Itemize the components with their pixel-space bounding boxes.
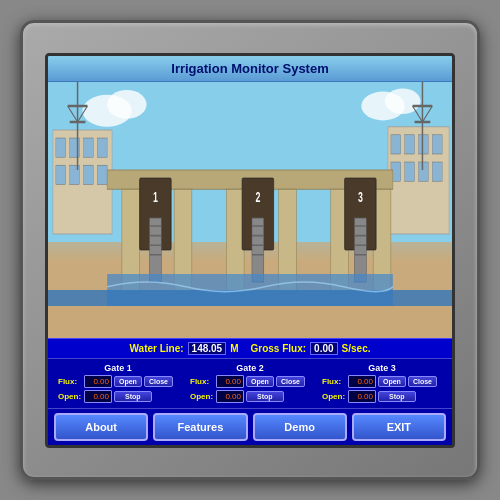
svg-rect-8 [83, 138, 93, 157]
svg-text:1: 1 [153, 188, 158, 205]
features-button[interactable]: Features [153, 413, 247, 441]
svg-rect-53 [48, 306, 452, 338]
svg-rect-37 [252, 218, 264, 282]
gate-2-flux-label: Flux: [190, 377, 214, 386]
svg-rect-21 [418, 162, 428, 181]
dam-illustration: 1 2 3 [48, 82, 452, 338]
svg-rect-9 [97, 138, 107, 157]
gate-2-open-row: Open: 0.00 Stop [190, 390, 284, 403]
gate-3-stop-btn[interactable]: Stop [378, 391, 416, 402]
gate-3-title: Gate 3 [322, 363, 442, 373]
about-button[interactable]: About [54, 413, 148, 441]
gate-3-flux-row: Flux: 0.00 Open Close [322, 375, 437, 388]
water-line-label: Water Line: [130, 343, 184, 354]
gate-2-flux-value: 0.00 [216, 375, 244, 388]
gate-3-close-btn[interactable]: Close [408, 376, 437, 387]
gate-3-open-value: 0.00 [348, 390, 376, 403]
svg-rect-17 [418, 134, 428, 153]
demo-button[interactable]: Demo [253, 413, 347, 441]
gate-1-open-value: 0.00 [84, 390, 112, 403]
gate-1-flux-row: Flux: 0.00 Open Close [58, 375, 173, 388]
gate-2-open-value: 0.00 [216, 390, 244, 403]
gate-3-open-btn[interactable]: Open [378, 376, 406, 387]
svg-rect-6 [56, 138, 66, 157]
gate-3-open-label: Open: [322, 392, 346, 401]
gate-1-panel: Gate 1 Flux: 0.00 Open Close Open: 0.00 … [58, 363, 178, 405]
illustration-area: 1 2 3 [48, 82, 452, 338]
gross-flux-value: 0.00 [310, 342, 337, 355]
gate-1-title: Gate 1 [58, 363, 178, 373]
gate-1-open-btn[interactable]: Open [114, 376, 142, 387]
exit-button[interactable]: EXIT [352, 413, 446, 441]
svg-text:2: 2 [255, 188, 260, 205]
gate-2-panel: Gate 2 Flux: 0.00 Open Close Open: 0.00 … [190, 363, 310, 405]
svg-point-2 [107, 90, 146, 119]
svg-rect-22 [432, 162, 442, 181]
gate-1-flux-value: 0.00 [84, 375, 112, 388]
svg-rect-15 [391, 134, 401, 153]
svg-rect-20 [405, 162, 415, 181]
svg-rect-38 [354, 218, 366, 282]
gate-2-open-label: Open: [190, 392, 214, 401]
svg-text:3: 3 [358, 188, 363, 205]
app-title: Irrigation Monitor System [171, 61, 328, 76]
gate-3-flux-value: 0.00 [348, 375, 376, 388]
gross-flux-label: Gross Flux: [251, 343, 307, 354]
gate-1-stop-btn[interactable]: Stop [114, 391, 152, 402]
gate-1-open-label: Open: [58, 392, 82, 401]
gate-1-close-btn[interactable]: Close [144, 376, 173, 387]
water-line-value: 148.05 [188, 342, 227, 355]
svg-rect-13 [97, 165, 107, 184]
svg-rect-16 [405, 134, 415, 153]
svg-rect-36 [149, 218, 161, 282]
screen: Irrigation Monitor System [45, 53, 455, 448]
gate-2-stop-btn[interactable]: Stop [246, 391, 284, 402]
svg-rect-18 [432, 134, 442, 153]
gate-2-title: Gate 2 [190, 363, 310, 373]
gates-area: Gate 1 Flux: 0.00 Open Close Open: 0.00 … [48, 358, 452, 408]
device-frame: Irrigation Monitor System [20, 20, 480, 480]
water-info-bar: Water Line: 148.05 M Gross Flux: 0.00 S/… [48, 338, 452, 358]
gate-2-open-btn[interactable]: Open [246, 376, 274, 387]
gate-1-open-row: Open: 0.00 Stop [58, 390, 152, 403]
action-buttons-bar: About Features Demo EXIT [48, 408, 452, 445]
svg-rect-10 [56, 165, 66, 184]
gate-3-flux-label: Flux: [322, 377, 346, 386]
svg-rect-12 [83, 165, 93, 184]
gate-3-open-row: Open: 0.00 Stop [322, 390, 416, 403]
gate-1-flux-label: Flux: [58, 377, 82, 386]
gate-3-panel: Gate 3 Flux: 0.00 Open Close Open: 0.00 … [322, 363, 442, 405]
gross-flux-unit: S/sec. [342, 343, 371, 354]
screen-title: Irrigation Monitor System [48, 56, 452, 82]
gate-2-close-btn[interactable]: Close [276, 376, 305, 387]
water-line-unit: M [230, 343, 238, 354]
gate-2-flux-row: Flux: 0.00 Open Close [190, 375, 305, 388]
